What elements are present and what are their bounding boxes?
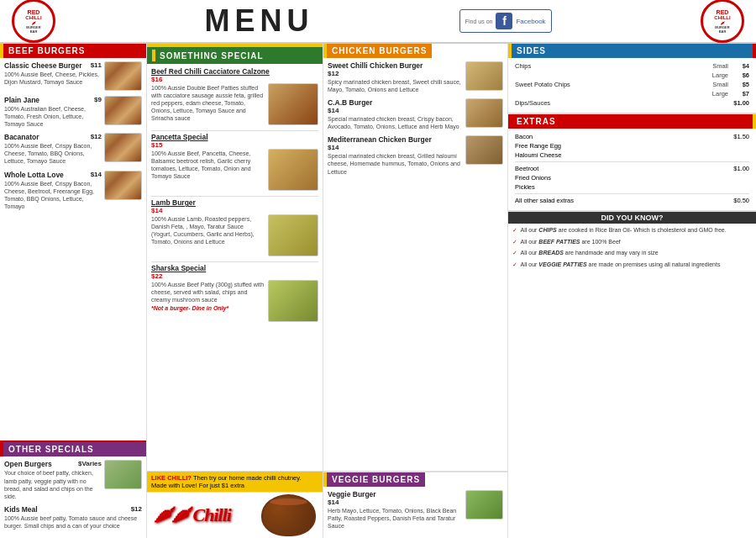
column-chicken-veggie: CHICKEN BURGERS Sweet Chilli Chicken Bur… [323,44,508,538]
burger-info: Open Burgers $Varies Your choice of beef… [4,460,102,499]
extras-item-name: Pickles [515,183,535,191]
list-item: ✓ All our BREADS are handmade and may va… [512,249,752,258]
facebook-find-text: Find us on [465,18,493,24]
something-special-header: SOMETHING SPECIAL [147,47,323,64]
header: RED CHILLI 🌶 BURGER BAR MENU Find us on … [0,0,756,44]
item-desc: 100% Aussie Lamb, Roasted peppers, Danis… [151,215,265,256]
extras-item-name: Fried Onions [515,174,551,182]
item-price: $11 [91,61,102,70]
list-item: ✓ All our BEEF PATTIES are 100% Beef [512,238,752,247]
logo-circle-left: RED CHILLI 🌶 BURGER BAR [12,0,55,43]
logo-red: RED [28,9,40,15]
list-item: Chips Small $4 [515,61,749,71]
list-item: Dips/Sauces $1.00 [515,98,749,108]
chilli-logo-text: 🌶🌶 Chilli [154,504,231,526]
list-item: Sweet Potato Chips Small $5 [515,80,749,89]
extras-item-name: Free Range Egg [515,142,561,150]
did-you-know-content: ✓ All our CHIPS are cooked in Rice Bran … [508,224,756,274]
sides-header: SIDES [512,44,753,58]
list-item: Bacon $1.50 [515,132,749,141]
list-item: Open Burgers $Varies Your choice of beef… [4,460,142,499]
sides-content: Chips Small $4 Large $6 Sweet Potato Chi… [508,58,756,111]
item-name: Pancetta Special [151,133,318,141]
checkmark-icon: ✓ [512,227,517,233]
item-name: Whole Lotta Love [4,171,64,179]
did-you-know-section: DID YOU KNOW? ✓ All our CHIPS are cooked… [508,210,756,538]
burger-info: Classic Cheese Burger $11 100% Aussie Be… [4,61,102,91]
chilli-decoration: 🌶🌶 Chilli [147,492,323,538]
burger-image [465,61,503,91]
list-item: Beef Red Chilli Cacciatore Calzone $16 1… [151,67,318,125]
column-sides: SIDES Chips Small $4 Large $6 [508,44,756,538]
list-item: Large $7 [515,89,749,98]
main-content: BEEF BURGERS Classic Cheese Burger $11 1… [0,44,756,538]
sides-item-size: Small [703,81,728,88]
chicken-burgers-header: CHICKEN BURGERS [327,44,432,58]
sides-section: SIDES Chips Small $4 Large $6 [508,44,756,111]
burger-image [465,135,503,165]
list-item: Free Range Egg [515,141,749,150]
burger-info: Whole Lotta Love $14 100% Aussie Beef, C… [4,171,102,210]
extras-item-price: $0.50 [733,197,749,204]
burger-image [465,98,503,128]
list-item: ✓ All our CHIPS are cooked in Rice Bran … [512,226,752,235]
item-price: $14 [91,171,102,179]
column-special: SOMETHING SPECIAL Beef Red Chilli Caccia… [147,44,323,538]
burger-image [104,96,142,125]
item-desc: 100% Aussie Beef, Cheese, Pickles, Dijon… [4,71,102,86]
checkmark-icon: ✓ [512,261,517,267]
other-specials-section: OTHER SPECIALS Open Burgers $Varies Your… [0,440,146,538]
item-name: Sharska Special [151,264,318,272]
item-price: $15 [151,141,318,149]
like-chilli-bar: LIKE CHILLI? Then try our home made chil… [147,471,323,492]
list-item: Haloumi Cheese [515,150,749,160]
beef-burgers-content: Classic Cheese Burger $11 100% Aussie Be… [0,58,146,440]
special-image [268,214,318,256]
special-image [268,149,318,191]
list-item: Classic Cheese Burger $11 100% Aussie Be… [4,61,142,91]
sides-item-price: $4 [728,62,749,70]
list-item: ✓ All our VEGGIE PATTIES are made on pre… [512,261,752,270]
item-price: $9 [94,96,102,104]
page-title: MENU [204,3,313,39]
list-item: Pancetta Special $15 100% Aussie Beef, P… [151,133,318,191]
item-desc: Special marinated chicken breast, Grille… [328,152,463,175]
item-price: $22 [151,272,318,280]
list-item: Bacanator $12 100% Aussie Beef, Crispy B… [4,133,142,165]
chicken-burgers-content: Sweet Chilli Chicken Burger $12 Spicy ma… [323,58,507,184]
item-name: Lamb Burger [151,198,318,207]
item-price: $12 [131,505,142,514]
list-item: Kids Meal $12 100% Aussie beef patty, To… [4,505,142,530]
extras-item-name: Bacon [515,133,533,140]
item-price: $Varies [78,460,102,468]
special-image [268,280,318,322]
list-item: Pickles [515,182,749,192]
something-special-content: Beef Red Chilli Cacciatore Calzone $16 1… [147,64,323,471]
extras-item-price: $1.50 [733,133,749,140]
item-price: $14 [328,498,463,506]
list-item: Mediterranean Chicken Burger $14 Special… [328,135,503,175]
sides-item-size [703,99,728,107]
sides-item-size: Small [703,62,728,70]
item-desc: 100% Aussie Beef, Crispy Bacon, Cheese, … [4,180,102,210]
item-price: $14 [328,107,463,114]
logo-right: RED CHILLI 🌶 BURGER BAR [697,3,748,40]
list-item: All other salad extras $0.50 [515,196,749,205]
sides-item-name [515,71,703,79]
facebook-button[interactable]: Find us on f Facebook [459,9,552,33]
list-item: Sharska Special $22 100% Aussie Beef Pat… [151,264,318,322]
checkmark-icon: ✓ [512,239,517,245]
item-desc: 100% Aussie beef patty, Tomato sauce and… [4,514,142,530]
item-desc: 100% Aussie Beef, Pancetta, Cheese, Bals… [151,150,265,191]
list-item: C.A.B Burger $14 Special marinated chick… [328,98,503,130]
item-name: Classic Cheese Burger [4,61,82,70]
item-desc: Spicy marinated chicken breast, Sweet ch… [328,78,463,93]
extras-content: Bacon $1.50 Free Range Egg Haloumi Chees… [508,129,756,208]
burger-image [104,171,142,200]
item-name: Plain Jane [4,96,39,104]
list-item: Fried Onions [515,173,749,182]
sides-item-name: Chips [515,62,703,70]
item-name: Veggie Burger [328,490,376,498]
item-desc: 100% Aussie Beef, Crispy Bacon, Cheese, … [4,142,102,165]
list-item: Whole Lotta Love $14 100% Aussie Beef, C… [4,171,142,210]
